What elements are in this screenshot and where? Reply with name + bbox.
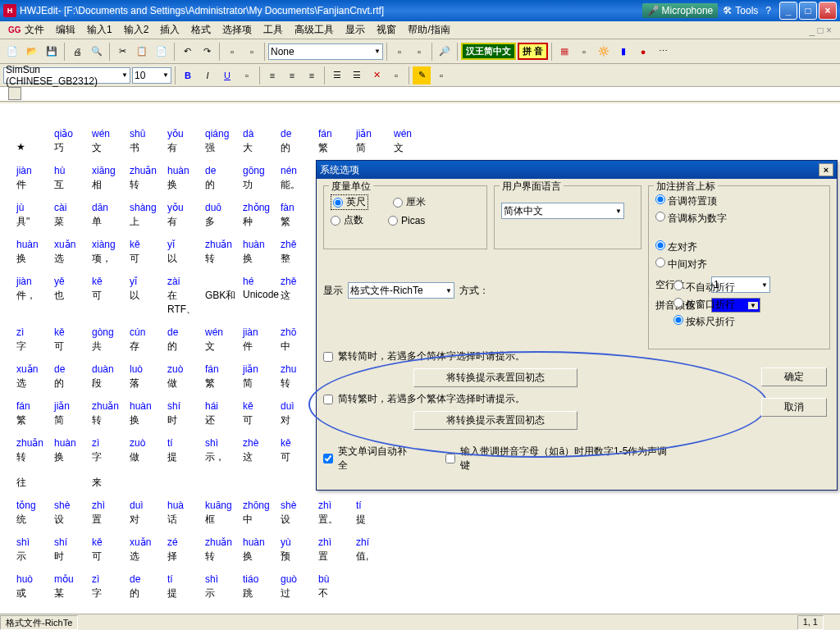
- tbtn-d[interactable]: ▫: [410, 43, 428, 61]
- pinyin-cell: gòng: [92, 326, 130, 338]
- menu-advtools[interactable]: 高级工具: [290, 21, 339, 39]
- language-combo[interactable]: 简体中文▼: [501, 203, 624, 219]
- menu-insert[interactable]: 插入: [155, 21, 185, 39]
- reset-f2j-button[interactable]: 将转换提示表置回初态: [413, 368, 578, 387]
- tbtn-a[interactable]: ▫: [223, 43, 241, 61]
- pinyin-cell: de: [205, 165, 243, 176]
- menu-options[interactable]: 选择项: [217, 21, 257, 39]
- menu-view[interactable]: 显示: [340, 21, 370, 39]
- pinyin-cell: shí: [167, 400, 205, 412]
- cut-icon[interactable]: ✂: [113, 43, 131, 61]
- char-cell: 框: [205, 513, 243, 527]
- tbtn-i[interactable]: ●: [634, 43, 652, 61]
- menu-window[interactable]: 视窗: [372, 21, 401, 39]
- tbtn-e[interactable]: ▦: [555, 43, 573, 61]
- char-cell: [205, 476, 243, 490]
- chevron-down-icon: ▼: [374, 48, 381, 55]
- pinyin-cell: yǐ: [130, 276, 167, 287]
- radio-align-left[interactable]: 左对齐: [655, 240, 823, 254]
- preview-icon[interactable]: 🔍: [88, 43, 106, 61]
- highlight-icon[interactable]: ✎: [413, 66, 431, 84]
- pinyin-cell: tí: [356, 500, 394, 511]
- char-cell: [54, 476, 92, 490]
- numlist-icon[interactable]: ☰: [348, 66, 366, 84]
- char-cell: 换: [16, 252, 54, 266]
- menu-tools[interactable]: 工具: [258, 21, 288, 39]
- tbtn-y[interactable]: ▫: [387, 66, 405, 84]
- tbtn-b[interactable]: ▫: [243, 43, 261, 61]
- pinyin-cell: hù: [54, 165, 92, 176]
- align-center-icon[interactable]: ≡: [283, 66, 301, 84]
- tbtn-z[interactable]: ▫: [432, 66, 450, 84]
- tbtn-j[interactable]: ⋯: [654, 43, 672, 61]
- find-icon[interactable]: 🔎: [436, 43, 454, 61]
- paste-icon[interactable]: 📄: [153, 43, 171, 61]
- cancel-button[interactable]: 取消: [761, 398, 827, 417]
- redo-icon[interactable]: ↷: [198, 43, 216, 61]
- ruler[interactable]: [0, 87, 840, 102]
- menu-edit[interactable]: 编辑: [51, 21, 80, 39]
- radio-tone-top[interactable]: 音调符置顶: [655, 194, 823, 208]
- undo-icon[interactable]: ↶: [178, 43, 196, 61]
- radio-align-center[interactable]: 中间对齐: [655, 258, 823, 272]
- radio-points[interactable]: 点数: [331, 213, 363, 227]
- reset-j2f-button[interactable]: 将转换提示表置回初态: [413, 411, 578, 430]
- color-icon[interactable]: ▫: [238, 66, 256, 84]
- menu-file[interactable]: 文件: [20, 21, 49, 39]
- open-icon[interactable]: 📂: [23, 43, 41, 61]
- ok-button[interactable]: 确定: [761, 368, 827, 386]
- char-cell: 存: [130, 340, 167, 354]
- pinyin-cell: tiáo: [243, 573, 281, 585]
- bold-icon[interactable]: B: [179, 66, 197, 84]
- pinyin-button[interactable]: 拼 音: [518, 43, 548, 60]
- menu-input2[interactable]: 输入2: [119, 21, 154, 39]
- menu-format[interactable]: 格式: [186, 21, 216, 39]
- char-cell: 件: [243, 340, 281, 354]
- align-right-icon[interactable]: ≡: [303, 66, 321, 84]
- char-cell: 文: [394, 141, 431, 155]
- size-combo[interactable]: 10▼: [132, 67, 171, 84]
- display-combo[interactable]: 格式文件-RichTe▼: [348, 282, 454, 299]
- check-tone-digits[interactable]: 输入带调拼音字母（如ā）时用数字1-5作为声调键: [445, 445, 668, 472]
- pinyin-cell: xiāng: [92, 165, 130, 176]
- tbtn-f[interactable]: ▫: [575, 43, 593, 61]
- mdi-minimize[interactable]: _ □ ×: [804, 23, 837, 38]
- menu-help[interactable]: 帮助/指南: [403, 21, 454, 39]
- tools-button[interactable]: 🛠Tools?: [723, 5, 771, 16]
- char-cell: 简: [54, 413, 92, 427]
- list-icon[interactable]: ☰: [328, 66, 346, 84]
- radio-cm[interactable]: 厘米: [393, 194, 426, 210]
- close-button[interactable]: ×: [819, 2, 837, 20]
- save-icon[interactable]: 💾: [43, 43, 61, 61]
- dialog-close-button[interactable]: ×: [819, 163, 833, 176]
- underline-icon[interactable]: U: [218, 66, 236, 84]
- tbtn-g[interactable]: 🔆: [595, 43, 613, 61]
- tbtn-x[interactable]: ✕: [368, 66, 386, 84]
- font-combo[interactable]: SimSun (CHINESE_GB2312)▼: [3, 67, 130, 84]
- radio-wrap-window[interactable]: 按窗口折行: [673, 298, 735, 312]
- dialog-titlebar[interactable]: 系统选项 ×: [317, 161, 837, 179]
- new-icon[interactable]: 📄: [3, 43, 21, 61]
- radio-wrap-ruler[interactable]: 按标尺折行: [673, 315, 735, 329]
- check-autocomplete[interactable]: 英文单词自动补全: [323, 445, 413, 472]
- radio-nowrap[interactable]: 不自动折行: [673, 281, 735, 294]
- radio-picas[interactable]: Picas: [388, 213, 425, 227]
- maximize-button[interactable]: □: [799, 2, 817, 20]
- print-icon[interactable]: 🖨: [68, 43, 86, 61]
- minimize-button[interactable]: _: [779, 2, 797, 20]
- microphone-button[interactable]: 🎤Microphone: [642, 3, 719, 18]
- char-cell: 能。: [281, 178, 318, 192]
- style-combo[interactable]: None▼: [268, 43, 383, 60]
- check-fan2jian[interactable]: 繁转简时，若遇多个简体字选择时请提示。: [323, 349, 668, 363]
- pinyin-cell: nén: [281, 165, 318, 176]
- radio-tone-num[interactable]: 音调标为数字: [655, 212, 823, 226]
- tbtn-c[interactable]: ▫: [390, 43, 409, 61]
- hanwang-button[interactable]: 汉王简中文: [461, 43, 516, 60]
- radio-inches[interactable]: 英尺: [331, 194, 368, 210]
- check-jian2fan[interactable]: 简转繁时，若遇多个繁体字选择时请提示。: [323, 392, 668, 406]
- italic-icon[interactable]: I: [199, 66, 217, 84]
- copy-icon[interactable]: 📋: [133, 43, 151, 61]
- menu-input1[interactable]: 输入1: [82, 21, 117, 39]
- tbtn-h[interactable]: ▮: [614, 43, 632, 61]
- align-left-icon[interactable]: ≡: [263, 66, 281, 84]
